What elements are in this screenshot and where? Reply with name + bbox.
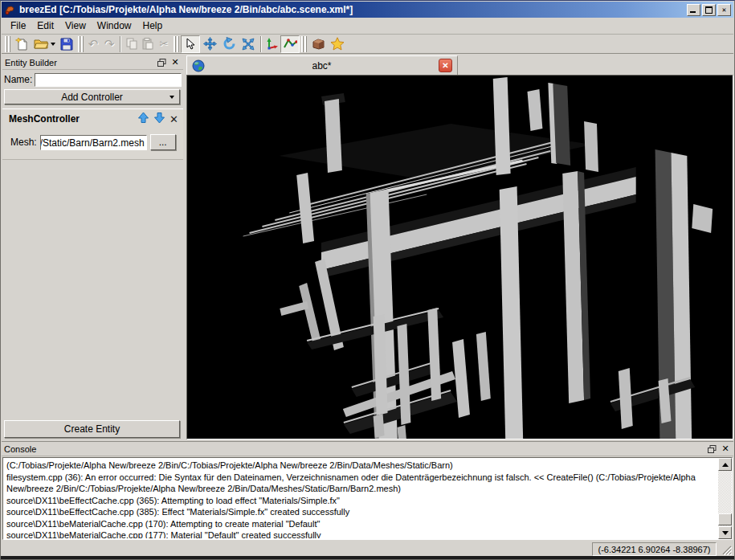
rotate-tool-button[interactable]: [219, 35, 239, 53]
name-input[interactable]: [35, 73, 182, 87]
mesh-controller-section: MeshController ✕ Mesh: es/Static/Barn/Ba…: [2, 108, 183, 160]
viewport-panel: abc* ✕: [185, 54, 733, 439]
toolbar-handle[interactable]: [78, 36, 84, 52]
console-title: Console: [4, 444, 36, 454]
paste-button[interactable]: [140, 35, 156, 53]
window-bottom-border: [1, 556, 734, 559]
scale-tool-button[interactable]: [239, 35, 258, 53]
toolbar-handle[interactable]: [301, 36, 307, 52]
menu-view[interactable]: View: [59, 18, 92, 33]
viewport-tab-bar: abc* ✕: [185, 54, 733, 75]
box-icon: [312, 38, 325, 50]
copy-button[interactable]: [124, 35, 140, 53]
console-header: Console ✕: [2, 442, 733, 456]
add-controller-label: Add Controller: [61, 92, 123, 103]
save-button[interactable]: [57, 35, 76, 53]
favorites-button[interactable]: [328, 35, 347, 53]
menu-help[interactable]: Help: [137, 18, 169, 33]
globe-icon: [192, 59, 205, 72]
mesh-path-input[interactable]: es/Static/Barn/Barn2.mesh: [40, 135, 147, 150]
close-panel-icon[interactable]: ✕: [169, 57, 181, 67]
console-log[interactable]: (C:/Tobias/Projekte/Alpha New/breeze 2/B…: [2, 457, 733, 540]
close-button[interactable]: ✕: [717, 4, 731, 16]
console-line: source\DX11\beEffectCache.cpp (385): Eff…: [6, 506, 715, 518]
select-tool-button[interactable]: [181, 35, 200, 53]
scroll-down-button[interactable]: [718, 526, 732, 539]
scroll-up-button[interactable]: [718, 458, 732, 471]
toolbar-handle[interactable]: [174, 36, 179, 52]
open-folder-icon: [34, 38, 49, 50]
console-line: filesystem.cpp (36): An error occurred: …: [6, 472, 715, 495]
redo-icon: ↷: [104, 37, 115, 51]
toolbar: ↶ ↷ ✂: [2, 35, 733, 54]
console-line: source\DX11\beMaterialCache.cpp (177): M…: [6, 529, 715, 538]
float-panel-icon[interactable]: [156, 57, 167, 67]
paste-icon: [142, 38, 153, 50]
name-label: Name:: [4, 74, 32, 85]
menu-file[interactable]: File: [5, 18, 31, 33]
scene-tab-label: abc*: [205, 60, 439, 72]
barn-mesh-render: [187, 76, 733, 439]
move-icon: [203, 37, 217, 51]
cut-button[interactable]: ✂: [156, 35, 172, 53]
toolbar-separator: [120, 36, 121, 52]
add-controller-dropdown-arrow: [169, 96, 174, 99]
3d-viewport[interactable]: [186, 75, 733, 439]
entity-builder-title: Entity Builder: [5, 58, 57, 67]
status-bar: (-6.34221 6.90264 -8.38967): [2, 540, 733, 558]
move-tool-button[interactable]: [200, 35, 219, 53]
window-title: breezEd [C:/Tobias/Projekte/Alpha New/br…: [19, 4, 685, 15]
new-file-button[interactable]: [12, 35, 31, 53]
rotate-icon: [223, 37, 236, 51]
toolbar-separator: [260, 36, 262, 52]
redo-button[interactable]: ↷: [101, 35, 117, 53]
curve-icon: [284, 38, 297, 50]
undo-icon: ↶: [88, 37, 99, 51]
snap-curve-button[interactable]: [280, 35, 300, 53]
menu-edit[interactable]: Edit: [31, 18, 59, 33]
close-panel-icon[interactable]: ✕: [720, 444, 731, 454]
resize-grip[interactable]: [721, 544, 732, 555]
open-dropdown-arrow[interactable]: [51, 43, 55, 46]
menu-bar: File Edit View Window Help: [2, 18, 733, 35]
create-box-button[interactable]: [308, 35, 328, 53]
console-line: (C:/Tobias/Projekte/Alpha New/breeze 2/B…: [6, 460, 715, 472]
scale-icon: [242, 38, 255, 51]
scene-tab[interactable]: abc* ✕: [186, 55, 458, 75]
save-icon: [60, 38, 73, 51]
console-line: source\DX11\beEffectCache.cpp (365): Att…: [6, 495, 715, 507]
copy-icon: [126, 38, 137, 50]
camera-coordinates: (-6.34221 6.90264 -8.38967): [592, 542, 717, 556]
move-controller-down-button[interactable]: [153, 112, 165, 126]
create-entity-button[interactable]: Create Entity: [4, 420, 180, 438]
app-window: breezEd [C:/Tobias/Projekte/Alpha New/br…: [0, 0, 735, 560]
console-line: source\DX11\beMaterialCache.cpp (170): A…: [6, 518, 715, 530]
mesh-label: Mesh:: [10, 137, 37, 148]
remove-controller-button[interactable]: ✕: [169, 113, 178, 125]
undo-button[interactable]: ↶: [85, 35, 101, 53]
main-area: Entity Builder ✕ Name: Add Controller Me…: [2, 54, 733, 439]
toolbar-handle[interactable]: [5, 36, 10, 52]
new-file-icon: [15, 37, 29, 51]
browse-mesh-button[interactable]: ...: [150, 134, 176, 150]
maximize-button[interactable]: [702, 4, 716, 16]
star-icon: [330, 37, 345, 51]
cut-icon: ✂: [160, 38, 169, 50]
scrollbar-thumb[interactable]: [718, 513, 732, 525]
entity-builder-header: Entity Builder ✕: [2, 55, 183, 70]
mesh-controller-title: MeshController: [9, 113, 80, 125]
minimize-button[interactable]: [687, 4, 700, 16]
float-panel-icon[interactable]: [706, 444, 717, 454]
add-controller-button[interactable]: Add Controller: [4, 89, 180, 104]
console-panel: Console ✕ (C:/Tobias/Projekte/Alpha New/…: [2, 441, 733, 540]
open-file-button[interactable]: [31, 35, 57, 53]
title-bar[interactable]: breezEd [C:/Tobias/Projekte/Alpha New/br…: [2, 2, 733, 18]
tab-close-button[interactable]: ✕: [439, 59, 452, 72]
select-cursor-icon: [186, 38, 196, 50]
app-icon: [4, 4, 16, 16]
move-controller-up-button[interactable]: [137, 112, 149, 126]
axes-icon: [266, 38, 279, 51]
console-scrollbar[interactable]: [718, 458, 732, 539]
world-axes-button[interactable]: [264, 35, 280, 53]
menu-window[interactable]: Window: [92, 18, 137, 33]
